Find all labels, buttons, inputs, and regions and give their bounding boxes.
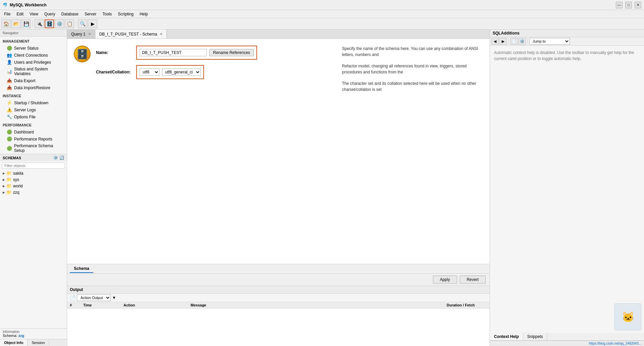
output-table-header: # Time Action Message Duration / Fetch [67, 302, 490, 308]
sidebar-item-label: Data Export [14, 78, 35, 83]
object-session-tabs: Object Info Session [0, 339, 67, 346]
sql-toolbar: ◀ ▶ 📄 ⚙️ Jump to [490, 37, 644, 46]
sidebar-item-server-status[interactable]: 🟢 Server Status [0, 45, 67, 52]
menu-query[interactable]: Query [42, 11, 58, 17]
schema-item-world[interactable]: ▶ 📁 world [0, 183, 67, 189]
context-help-tab[interactable]: Context Help [490, 333, 523, 340]
schemas-title: SCHEMAS [3, 156, 21, 160]
right-spacer [490, 177, 644, 301]
sidebar-item-server-logs[interactable]: ⚠️ Server Logs [0, 106, 67, 113]
menu-view[interactable]: View [27, 11, 41, 17]
menu-tools[interactable]: Tools [100, 11, 114, 17]
menu-edit[interactable]: Edit [14, 11, 26, 17]
context-help-tabs: Context Help Snippets [490, 333, 644, 341]
rename-references-button[interactable]: Rename References [209, 49, 254, 56]
output-icon: 📄 [70, 295, 76, 300]
data-import-icon: 📥 [7, 85, 12, 90]
menu-help[interactable]: Help [137, 11, 151, 17]
schema-info-value: zzg [18, 334, 24, 338]
collation-select[interactable]: utf8_general_ci utf8_unicode_ci [162, 68, 201, 76]
information-title: Information [3, 330, 64, 334]
sidebar-item-client-connections[interactable]: 👥 Client Connections [0, 52, 67, 59]
sidebar-item-data-export[interactable]: 📤 Data Export [0, 77, 67, 84]
menu-database[interactable]: Database [59, 11, 81, 17]
menu-scripting[interactable]: Scripting [115, 11, 136, 17]
col-action-header: Action [123, 303, 191, 307]
schema-item-zzq[interactable]: ▶ 📁 zzq [0, 189, 67, 195]
navigator-header: Navigator [0, 30, 67, 37]
action-output-select[interactable]: Action Output [77, 294, 111, 301]
jump-to-select[interactable]: Jump to [530, 38, 570, 45]
toolbar-open[interactable]: 📂 [11, 19, 21, 28]
schema-info-row: Schema: zzg [3, 334, 64, 338]
sql-settings-btn[interactable]: ⚙️ [518, 38, 526, 45]
sql-copy-btn[interactable]: 📄 [510, 38, 518, 45]
toolbar-settings[interactable]: ⚙️ [55, 19, 64, 28]
menu-file[interactable]: File [1, 11, 13, 17]
users-privileges-icon: 👤 [7, 60, 12, 65]
schemas-gear-icon[interactable]: ⚙️ [53, 156, 58, 160]
sidebar-item-label: Server Status [14, 46, 39, 51]
charset-label: Charset/Collation: [96, 70, 136, 74]
apply-button[interactable]: Apply [433, 276, 457, 284]
desc-name-text: Specify the name of the schema here. You… [342, 46, 478, 57]
schema-item-sys[interactable]: ▶ 📁 sys [0, 176, 67, 183]
toolbar-table[interactable]: 📋 [65, 19, 74, 28]
sidebar-item-startup-shutdown[interactable]: ⚡ Startup / Shutdown [0, 99, 67, 106]
title-bar-controls: — □ ✕ [616, 2, 641, 8]
folder-icon-sakila: 📁 [6, 171, 12, 176]
main-layout: Navigator MANAGEMENT 🟢 Server Status 👥 C… [0, 30, 644, 346]
object-info-tab[interactable]: Object Info [0, 339, 28, 346]
name-label: Name: [96, 50, 136, 55]
toolbar-save[interactable]: 💾 [21, 19, 31, 28]
schema-item-sakila[interactable]: ▶ 📁 sakila [0, 170, 67, 176]
sidebar-item-performance-schema[interactable]: 🟢 Performance Schema Setup [0, 142, 67, 154]
app-title: MySQL Workbench [10, 3, 47, 7]
toolbar-run[interactable]: ▶ [88, 19, 97, 28]
schema-filter-input[interactable] [2, 163, 65, 169]
sidebar-item-users-privileges[interactable]: 👤 Users and Privileges [0, 59, 67, 66]
sidebar-item-label: Data Import/Restore [14, 85, 50, 90]
client-connections-icon: 👥 [7, 53, 12, 58]
toolbar-search[interactable]: 🔍 [78, 19, 87, 28]
sql-sep-1 [508, 38, 509, 45]
main-toolbar: 🏠 📂 💾 🔌 🗄️ ⚙️ 📋 🔍 ▶ [0, 18, 644, 30]
snippets-tab[interactable]: Snippets [523, 333, 547, 340]
schemas-refresh-icon[interactable]: 🔄 [59, 156, 64, 160]
charset-select[interactable]: utf8 latin1 [140, 68, 159, 76]
dashboard-icon: 🟢 [7, 129, 12, 134]
tab-schema-close[interactable]: ✕ [160, 32, 162, 36]
sidebar-item-label: Startup / Shutdown [14, 101, 48, 105]
sidebar-item-label: Performance Reports [14, 137, 52, 141]
name-highlight-box: Rename References [136, 46, 257, 60]
expand-arrow-sakila: ▶ [3, 172, 5, 175]
schema-tab-schema[interactable]: Schema [70, 265, 93, 273]
toolbar-schema[interactable]: 🗄️ [45, 19, 54, 28]
sidebar-item-options-file[interactable]: 🔧 Options File [0, 113, 67, 120]
output-dropdown-arrow[interactable]: ▼ [112, 295, 116, 300]
toolbar-connect[interactable]: 🔌 [35, 19, 44, 28]
sidebar-item-dashboard[interactable]: 🟢 Dashboard [0, 128, 67, 135]
schema-description: Specify the name of the schema here. You… [342, 46, 483, 257]
menu-server[interactable]: Server [82, 11, 99, 17]
session-tab[interactable]: Session [28, 339, 49, 346]
tab-query1-close[interactable]: ✕ [88, 32, 91, 36]
toolbar-home[interactable]: 🏠 [1, 19, 11, 28]
desc-charset: The character set and its collation sele… [342, 80, 483, 93]
sidebar-item-status-variables[interactable]: 📊 Status and System Variables [0, 66, 67, 77]
data-export-icon: 📤 [7, 78, 12, 83]
minimize-button[interactable]: — [616, 2, 623, 8]
tab-schema[interactable]: DB_I_T_PUSH_TEST - Schema ✕ [95, 30, 167, 39]
revert-button[interactable]: Revert [460, 276, 486, 284]
sidebar-item-performance-reports[interactable]: 🟢 Performance Reports [0, 135, 67, 142]
tab-query1[interactable]: Query 1 ✕ [67, 30, 95, 39]
col-duration-header: Duration / Fetch [447, 303, 487, 307]
close-window-button[interactable]: ✕ [635, 2, 641, 8]
sql-nav-next[interactable]: ▶ [499, 38, 507, 45]
sidebar-item-data-import[interactable]: 📥 Data Import/Restore [0, 84, 67, 91]
right-panel: SQLAdditions ◀ ▶ 📄 ⚙️ Jump to Automatic … [490, 30, 644, 346]
menu-bar: File Edit View Query Database Server Too… [0, 10, 644, 18]
schema-name-input[interactable] [140, 49, 207, 56]
sql-nav-prev[interactable]: ◀ [491, 38, 499, 45]
maximize-button[interactable]: □ [625, 2, 632, 8]
